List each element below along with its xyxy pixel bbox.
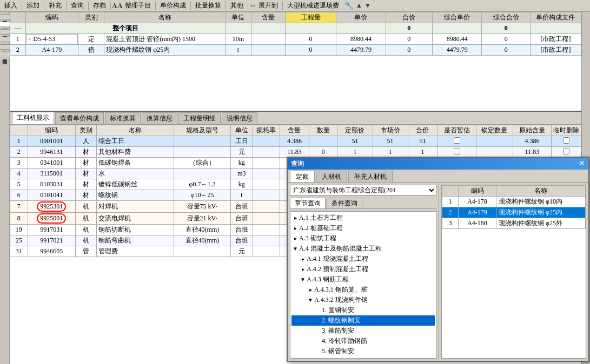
mat-cell-temp-est[interactable] (437, 147, 476, 158)
tree-node[interactable]: ▸ A.3 砌筑工程 (291, 233, 435, 244)
result-row[interactable]: 3 A4-180 现浇构件螺纹钢 φ25外 (442, 218, 586, 229)
mat-cell-qty[interactable]: 4.386 (280, 136, 309, 147)
mat-cell-loss[interactable] (253, 246, 280, 257)
chapter-tab-chapter[interactable]: 章节查询 (290, 198, 326, 208)
tree-node[interactable]: ▸ A.4.3.1 钢筋笼、桩 (291, 285, 435, 295)
mat-cell-code[interactable]: 0341001 (28, 158, 76, 168)
tab-material-display[interactable]: 工料机显示 (12, 112, 54, 124)
mat-cell-num: 1 (10, 136, 28, 147)
tree-node[interactable]: 4. 冷轧带肋钢筋 (291, 336, 435, 346)
tree-node[interactable]: ▸ A.1 土石方工程 (291, 213, 435, 223)
mat-cell-del[interactable] (552, 136, 581, 147)
sep2 (44, 2, 44, 10)
mat-cell-name: 钢筋弯曲机 (97, 235, 174, 246)
mat-cell-num: 19 (10, 225, 28, 235)
top-table-row-2[interactable]: 2 A4-179 借 现浇构件螺纹钢 φ25内 t 0 4479.79 0 44… (10, 45, 581, 56)
toolbar-other[interactable]: 其他 (228, 1, 246, 11)
mat-col-lock: 锁定数量 (476, 125, 513, 136)
toolbar-price-comp[interactable]: 单价构成 (158, 1, 188, 11)
mat-cell-loss[interactable] (253, 158, 280, 168)
dialog-tab-materials[interactable]: 人材机 (316, 171, 347, 182)
mat-cell-code[interactable]: 0101041 (28, 190, 76, 201)
dialog-close-button[interactable]: ✕ (579, 160, 585, 167)
toolbar-query[interactable]: 查询 (69, 1, 86, 11)
tree-view[interactable]: ▸ A.1 土石方工程 ▸ A.2 桩基础工程 ▸ A.3 砌筑工程 ▼ A.4… (290, 211, 436, 359)
toolbar-machine-fee[interactable]: 大型机械进退场费 (285, 1, 341, 11)
mat-cell-qty[interactable]: 11.83 (280, 147, 309, 158)
top-table-row-1[interactable]: 1 +D5-4-53 定 混凝土管顶进 管径(mm内) 1500 10m 0 8… (10, 34, 581, 45)
toolbar-batch-calc[interactable]: 批量换算 (193, 1, 223, 11)
tree-node[interactable]: 2. 螺纹钢制安 (291, 315, 435, 326)
row1-eng[interactable]: 0 (286, 34, 336, 45)
tab-calc-info[interactable]: 换算信息 (142, 112, 177, 124)
mat-cell-temp-est[interactable] (437, 136, 476, 147)
mat-cell-code[interactable]: 9946605 (28, 246, 76, 257)
row2-code[interactable]: A4-179 (25, 45, 78, 56)
tab-eng-detail[interactable]: 工程量明细 (178, 112, 221, 124)
toolbar-save[interactable]: 存档 (91, 1, 108, 11)
mat-cell-loss[interactable] (253, 168, 280, 179)
toolbar-replenish[interactable]: 补充 (47, 1, 64, 11)
mat-cell-code[interactable]: 9925301 (28, 201, 76, 213)
dialog-tab-custom-materials[interactable]: 补充人材机 (348, 171, 393, 182)
mat-cell-loss[interactable] (253, 190, 280, 201)
material-row[interactable]: 2 9946131 材 其他材料费 元 11.83 0 1 1 1 11.83 (10, 147, 581, 158)
tab-description[interactable]: 说明信息 (222, 112, 257, 124)
mat-cell-loss[interactable] (253, 179, 280, 190)
tree-node[interactable]: ▸ A.4.1 现浇混凝土工程 (291, 254, 435, 264)
mat-cell-unit: 台班 (230, 201, 253, 213)
down-icon[interactable]: ▼ (364, 2, 371, 10)
tree-expand-icon: ▼ (291, 246, 299, 252)
mat-cell-unit: 元 (230, 246, 253, 257)
mat-cell-del[interactable] (552, 147, 581, 158)
sidebar-item-other[interactable]: 其他项目 (0, 37, 10, 42)
tab-price-composition[interactable]: 查看单价构成 (55, 112, 104, 124)
sidebar-item-materials[interactable]: 人材机汇总 (0, 44, 10, 50)
mat-cell-code[interactable]: 9917021 (28, 235, 76, 246)
toolbar-insert[interactable]: 插入 (2, 1, 19, 11)
sidebar-item-sections[interactable]: 分部分项 (0, 22, 10, 27)
mat-cell-loss[interactable] (253, 235, 280, 246)
row2-qty[interactable] (251, 45, 286, 56)
tree-node[interactable]: ▼ A.4 混凝土及钢筋混凝土工程 (291, 244, 435, 254)
mat-cell-name: 镀锌低碳钢丝 (97, 179, 174, 190)
mat-cell-code[interactable]: 9925001 (28, 213, 76, 225)
tree-node[interactable]: 5. 钢管制安 (291, 346, 435, 356)
mat-cell-loss[interactable] (253, 147, 280, 158)
sidebar-item-overview[interactable]: 工程概况 (0, 14, 10, 19)
mat-cell-orig: 4.386 (513, 136, 552, 147)
mat-cell-code[interactable]: 3115001 (28, 168, 76, 179)
mat-cell-loss[interactable] (253, 213, 280, 225)
mat-cell-loss[interactable] (253, 201, 280, 213)
chapter-tab-condition[interactable]: 条件查询 (327, 198, 362, 208)
tree-expand-icon: ▸ (291, 215, 299, 221)
sidebar-item-reports[interactable]: 报表 (0, 52, 10, 57)
toolbar-add[interactable]: 添加 (24, 1, 42, 11)
toolbar-expand[interactable]: 展开到 (256, 1, 280, 11)
mat-cell-code[interactable]: 9946131 (28, 147, 76, 158)
mat-cell-code[interactable]: 9917031 (28, 225, 76, 235)
mat-cell-loss[interactable] (253, 136, 280, 147)
tab-standard-calc[interactable]: 标准换算 (105, 112, 141, 124)
sidebar-item-measures[interactable]: 措施项目 (0, 29, 10, 35)
tree-node[interactable]: 1. 圆钢制安 (291, 305, 435, 315)
toolbar-arrange[interactable]: 整理子目 (123, 1, 153, 11)
material-row[interactable]: 1 0001001 人 综合工日 工日 4.386 51 51 51 4.386 (10, 136, 581, 147)
row1-code[interactable]: +D5-4-53 (26, 34, 78, 44)
mat-cell-loss[interactable] (253, 225, 280, 235)
tree-node[interactable]: ▼ A.4.3 钢筋工程 (291, 274, 435, 285)
tree-node-label: A.2 桩基础工程 (299, 224, 435, 233)
mat-cell-code[interactable]: 0001001 (28, 136, 76, 147)
province-selector[interactable]: 广东省建筑与装饰工程综合定额(201 (290, 185, 436, 196)
tree-node[interactable]: ▼ A.4.3.2 现浇构件钢 (291, 295, 435, 305)
tree-node[interactable]: 3. 箍筋制安 (291, 326, 435, 336)
result-row[interactable]: 1 A4-178 现浇构件螺纹钢 φ10内 (442, 197, 586, 207)
tree-node[interactable]: ▸ A.4.2 预制混凝土工程 (291, 264, 435, 274)
result-row[interactable]: 2 A4-179 现浇构件螺纹钢 φ25内 (442, 207, 586, 218)
tree-node[interactable]: ▸ A.2 桩基础工程 (291, 223, 435, 233)
up-icon[interactable]: ▲ (356, 2, 362, 10)
row2-eng[interactable]: 0 (286, 45, 336, 56)
mat-cell-code[interactable]: 0103031 (28, 179, 76, 190)
row1-qty[interactable] (251, 34, 286, 45)
dialog-tab-quota[interactable]: 定额 (290, 171, 315, 182)
